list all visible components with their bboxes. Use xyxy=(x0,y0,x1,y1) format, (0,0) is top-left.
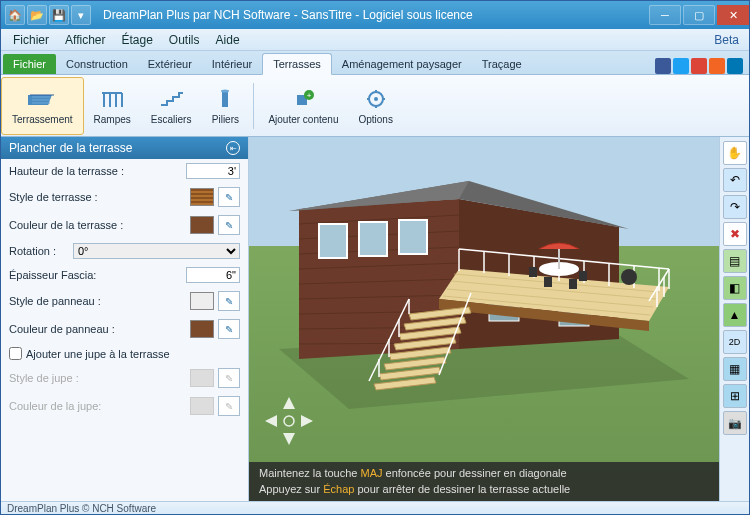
panel-color-swatch[interactable] xyxy=(190,320,214,338)
collapse-icon[interactable]: ⇤ xyxy=(226,141,240,155)
ribbon-label: Piliers xyxy=(212,114,239,125)
reddit-icon[interactable] xyxy=(709,58,725,74)
ribbon-piliers[interactable]: Piliers xyxy=(201,77,249,135)
ribbon-terrassement[interactable]: Terrassement xyxy=(1,77,84,135)
panel-header: Plancher de la terrasse ⇤ xyxy=(1,137,248,159)
redo-icon[interactable]: ↷ xyxy=(723,195,747,219)
skirt-style-label: Style de jupe : xyxy=(9,372,186,384)
fascia-input[interactable] xyxy=(186,267,240,283)
rotation-select[interactable]: 0° xyxy=(73,243,240,259)
svg-rect-32 xyxy=(319,224,347,258)
deck-color-picker[interactable]: ✎ xyxy=(218,215,240,235)
menu-afficher[interactable]: Afficher xyxy=(57,31,113,49)
ribbon-separator xyxy=(253,83,254,129)
menu-outils[interactable]: Outils xyxy=(161,31,208,49)
menu-aide[interactable]: Aide xyxy=(208,31,248,49)
options-icon xyxy=(362,86,390,112)
ribbon-body: Terrassement Rampes Escaliers Piliers + … xyxy=(1,75,749,137)
svg-point-11 xyxy=(221,90,229,93)
pillar-icon xyxy=(211,86,239,112)
layers-icon[interactable]: ▤ xyxy=(723,249,747,273)
view2d-icon[interactable]: 2D xyxy=(723,330,747,354)
skirt-style-picker: ✎ xyxy=(218,368,240,388)
tool-column: ✋↶↷✖▤◧▲2D▦⊞📷 xyxy=(719,137,749,501)
ribbon-ajouter[interactable]: + Ajouter contenu xyxy=(258,77,348,135)
svg-marker-84 xyxy=(301,415,313,427)
deck-icon xyxy=(28,86,56,112)
ribbon-rampes[interactable]: Rampes xyxy=(84,77,141,135)
ribbon-label: Options xyxy=(358,114,392,125)
tab-tracage[interactable]: Traçage xyxy=(472,54,532,74)
menubar: Fichier Afficher Étage Outils Aide Beta xyxy=(1,29,749,51)
minimize-button[interactable]: ─ xyxy=(649,5,681,25)
statusbar: DreamPlan Plus © NCH Software xyxy=(1,501,749,515)
svg-rect-65 xyxy=(569,279,577,289)
ribbon-label: Ajouter contenu xyxy=(268,114,338,125)
linkedin-icon[interactable] xyxy=(727,58,743,74)
camera-icon[interactable]: 📷 xyxy=(723,411,747,435)
railing-icon xyxy=(98,86,126,112)
panel-color-label: Couleur de panneau : xyxy=(9,323,186,335)
fascia-label: Épaisseur Fascia: xyxy=(9,269,182,281)
ribbon-escaliers[interactable]: Escaliers xyxy=(141,77,202,135)
svg-rect-62 xyxy=(529,267,537,277)
window-title: DreamPlan Plus par NCH Software - SansTi… xyxy=(95,8,649,22)
facebook-icon[interactable] xyxy=(655,58,671,74)
svg-point-16 xyxy=(374,97,378,101)
height-label: Hauteur de la terrasse : xyxy=(9,165,182,177)
house-render xyxy=(259,149,699,439)
menu-etage[interactable]: Étage xyxy=(113,31,160,49)
panel-style-swatch[interactable] xyxy=(190,292,214,310)
workspace: Plancher de la terrasse ⇤ Hauteur de la … xyxy=(1,137,749,501)
ribbon-label: Escaliers xyxy=(151,114,192,125)
tab-interieur[interactable]: Intérieur xyxy=(202,54,262,74)
google-icon[interactable] xyxy=(691,58,707,74)
ribbon-label: Rampes xyxy=(94,114,131,125)
deck-style-swatch[interactable] xyxy=(190,188,214,206)
add-content-icon: + xyxy=(289,86,317,112)
home-icon[interactable]: 🏠 xyxy=(5,5,25,25)
svg-point-66 xyxy=(621,269,637,285)
svg-marker-82 xyxy=(283,433,295,445)
tab-paysager[interactable]: Aménagement paysager xyxy=(332,54,472,74)
svg-text:+: + xyxy=(307,91,312,100)
viewport-3d[interactable]: Maintenez la touche MAJ enfoncée pour de… xyxy=(249,137,719,501)
svg-rect-34 xyxy=(399,220,427,254)
save-icon[interactable]: 💾 xyxy=(49,5,69,25)
deck-color-label: Couleur de la terrasse : xyxy=(9,219,186,231)
svg-rect-64 xyxy=(544,277,552,287)
panel-style-label: Style de panneau : xyxy=(9,295,186,307)
maximize-button[interactable]: ▢ xyxy=(683,5,715,25)
titlebar: 🏠 📂 💾 ▾ DreamPlan Plus par NCH Software … xyxy=(1,1,749,29)
svg-point-85 xyxy=(284,416,294,426)
tab-fichier[interactable]: Fichier xyxy=(3,54,56,74)
svg-rect-33 xyxy=(359,222,387,256)
ribbon-options[interactable]: Options xyxy=(348,77,402,135)
tab-terrasses[interactable]: Terrasses xyxy=(262,53,332,75)
skirt-label: Ajouter une jupe à la terrasse xyxy=(26,348,170,360)
deck-style-picker[interactable]: ✎ xyxy=(218,187,240,207)
skirt-color-swatch xyxy=(190,397,214,415)
grid-icon[interactable]: ▦ xyxy=(723,357,747,381)
delete-icon[interactable]: ✖ xyxy=(723,222,747,246)
open-icon[interactable]: 📂 xyxy=(27,5,47,25)
nav-compass[interactable] xyxy=(259,391,319,451)
undo-icon[interactable]: ↶ xyxy=(723,168,747,192)
panel-style-picker[interactable]: ✎ xyxy=(218,291,240,311)
tab-construction[interactable]: Construction xyxy=(56,54,138,74)
close-button[interactable]: ✕ xyxy=(717,5,749,25)
materials-icon[interactable]: ◧ xyxy=(723,276,747,300)
qat-dropdown-icon[interactable]: ▾ xyxy=(71,5,91,25)
snap-icon[interactable]: ⊞ xyxy=(723,384,747,408)
panel-color-picker[interactable]: ✎ xyxy=(218,319,240,339)
skirt-checkbox[interactable] xyxy=(9,347,22,360)
deck-style-label: Style de terrasse : xyxy=(9,191,186,203)
deck-color-swatch[interactable] xyxy=(190,216,214,234)
tab-exterieur[interactable]: Extérieur xyxy=(138,54,202,74)
menu-fichier[interactable]: Fichier xyxy=(5,31,57,49)
pan-icon[interactable]: ✋ xyxy=(723,141,747,165)
height-input[interactable] xyxy=(186,163,240,179)
panel-title: Plancher de la terrasse xyxy=(9,141,132,155)
twitter-icon[interactable] xyxy=(673,58,689,74)
terrain-icon[interactable]: ▲ xyxy=(723,303,747,327)
